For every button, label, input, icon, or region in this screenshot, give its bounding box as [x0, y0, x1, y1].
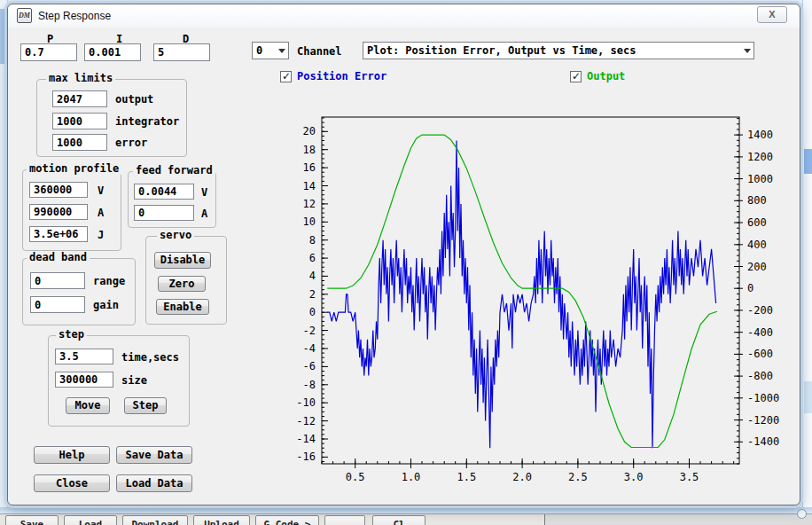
servo-enable-button[interactable]: Enable — [156, 299, 209, 315]
svg-text:20: 20 — [303, 125, 316, 137]
svg-text:3.5: 3.5 — [680, 471, 699, 483]
max-limits-title: max limits — [46, 72, 115, 84]
ff-velocity-input[interactable] — [134, 184, 194, 200]
dead-band-range-input[interactable] — [30, 272, 85, 289]
chevron-down-icon — [740, 43, 753, 59]
dead-band-title: dead band — [27, 251, 90, 263]
max-integrator-input[interactable] — [52, 113, 107, 129]
svg-text:3.0: 3.0 — [624, 471, 644, 483]
svg-text:2.5: 2.5 — [568, 471, 588, 483]
svg-text:-600: -600 — [747, 348, 773, 360]
d-gain-input[interactable] — [153, 43, 210, 61]
max-error-input[interactable] — [52, 134, 107, 151]
plot-mode-select[interactable]: Plot: Position Error, Output vs Time, se… — [363, 42, 754, 59]
bg-clear-button[interactable]: Cl — [372, 515, 426, 525]
svg-text:1200: 1200 — [747, 151, 773, 163]
step-size-input[interactable] — [55, 372, 113, 388]
feed-forward-title: feed forward — [133, 164, 215, 176]
close-dialog-button[interactable]: Close — [34, 474, 110, 492]
output-checkbox[interactable]: Output — [570, 70, 625, 82]
channel-label: Channel — [297, 45, 342, 58]
velocity-input[interactable] — [29, 182, 88, 198]
help-button[interactable]: Help — [34, 446, 110, 464]
svg-text:12: 12 — [303, 198, 316, 210]
app-icon: DM — [17, 8, 32, 23]
channel-value: 0 — [256, 44, 262, 57]
svg-text:1400: 1400 — [747, 129, 773, 141]
servo-zero-button[interactable]: Zero — [158, 276, 206, 292]
position-error-label: Position Error — [297, 70, 386, 82]
svg-text:-800: -800 — [747, 370, 773, 382]
svg-text:6: 6 — [309, 252, 316, 264]
feed-forward-group: feed forward V A — [128, 171, 216, 228]
servo-disable-button[interactable]: Disable — [154, 252, 211, 269]
ff-acceleration-input[interactable] — [134, 205, 194, 221]
servo-title: servo — [157, 229, 194, 241]
step-size-label: size — [121, 374, 147, 387]
load-data-button[interactable]: Load Data — [116, 474, 192, 492]
ff-acceleration-label: A — [201, 208, 207, 220]
bg-gcode-button[interactable]: G Code > — [255, 515, 319, 525]
step-time-input[interactable] — [55, 349, 113, 364]
svg-text:-4: -4 — [303, 342, 316, 355]
chevron-down-icon — [275, 43, 288, 59]
max-limits-group: max limits output integrator error — [36, 79, 187, 157]
save-data-button[interactable]: Save Data — [116, 446, 192, 464]
output-label: Output — [587, 70, 625, 82]
svg-text:8: 8 — [309, 234, 316, 247]
svg-text:1000: 1000 — [747, 173, 773, 185]
svg-text:0.5: 0.5 — [346, 471, 365, 483]
close-button[interactable]: X — [757, 6, 787, 23]
position-error-checkbox[interactable]: Position Error — [280, 70, 386, 82]
resize-grip-icon — [797, 509, 807, 519]
svg-text:18: 18 — [303, 144, 316, 156]
background-window-toolbar: Save Load Download Upload G Code > Cl — [0, 507, 812, 525]
svg-text:-12: -12 — [296, 415, 316, 427]
svg-text:600: 600 — [747, 216, 767, 229]
dead-band-group: dead band range gain — [22, 258, 136, 325]
jerk-input[interactable] — [29, 226, 88, 242]
bg-blank-button[interactable] — [324, 515, 365, 525]
step-time-label: time,secs — [121, 351, 179, 364]
servo-group: servo Disable Zero Enable — [145, 236, 227, 325]
max-output-input[interactable] — [52, 90, 107, 107]
plot-mode-value: Plot: Position Error, Output vs Time, se… — [367, 44, 636, 57]
acceleration-label: A — [98, 207, 104, 219]
bg-save-button[interactable]: Save — [5, 515, 59, 525]
svg-text:400: 400 — [747, 239, 767, 251]
channel-select[interactable]: 0 — [252, 42, 289, 59]
svg-text:200: 200 — [747, 261, 767, 273]
ff-velocity-label: V — [201, 186, 207, 199]
svg-text:-200: -200 — [747, 304, 773, 317]
max-error-label: error — [115, 137, 147, 149]
svg-text:1.0: 1.0 — [402, 471, 421, 483]
step-response-chart: 0.51.01.52.02.53.03.5-16-14-12-10-8-6-4-… — [274, 104, 806, 501]
svg-text:-1200: -1200 — [747, 414, 779, 427]
acceleration-input[interactable] — [29, 204, 88, 220]
svg-text:-2: -2 — [303, 325, 316, 337]
svg-text:-16: -16 — [296, 451, 316, 463]
bg-load-button[interactable]: Load — [64, 515, 117, 525]
dead-band-gain-input[interactable] — [30, 296, 85, 313]
checkbox-check-icon[interactable] — [570, 71, 582, 82]
svg-text:14: 14 — [303, 180, 316, 192]
i-gain-input[interactable] — [84, 43, 141, 61]
svg-text:-1400: -1400 — [747, 435, 779, 448]
svg-text:2: 2 — [309, 288, 316, 301]
max-integrator-label: integrator — [115, 115, 179, 128]
step-response-dialog: DM Step Response X P I D 0 Channel Plot:… — [7, 4, 800, 505]
svg-text:4: 4 — [309, 270, 316, 282]
p-gain-input[interactable] — [20, 43, 77, 61]
background-window-panel — [544, 514, 812, 525]
svg-text:-10: -10 — [296, 396, 316, 409]
checkbox-check-icon[interactable] — [280, 71, 292, 82]
svg-text:2.0: 2.0 — [512, 471, 532, 483]
aero-glass-border — [0, 507, 812, 513]
move-button[interactable]: Move — [66, 397, 110, 414]
bg-upload-button[interactable]: Upload — [193, 515, 250, 525]
svg-text:800: 800 — [747, 194, 767, 207]
title-bar[interactable]: DM Step Response X — [8, 4, 800, 27]
step-button[interactable]: Step — [124, 397, 167, 414]
screen: Save Load Download Upload G Code > Cl DM… — [0, 0, 812, 525]
bg-download-button[interactable]: Download — [122, 515, 188, 525]
